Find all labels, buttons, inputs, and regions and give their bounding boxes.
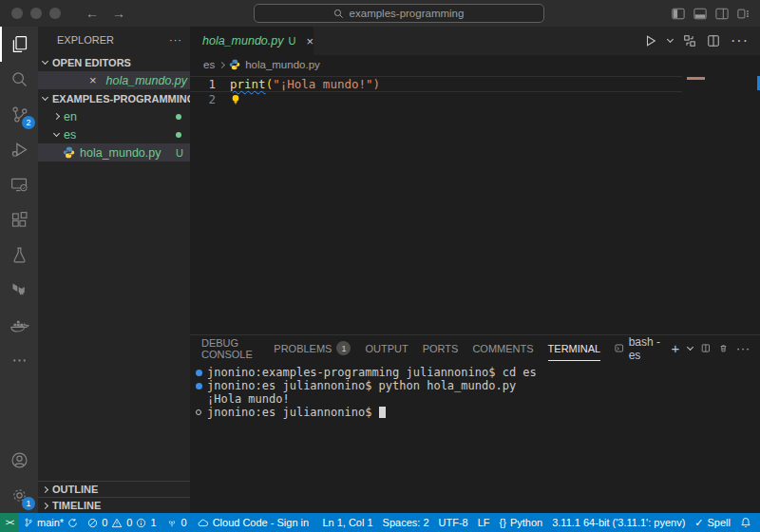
notifications-button[interactable] bbox=[735, 513, 756, 532]
accounts-button[interactable] bbox=[0, 443, 38, 478]
explorer-more-actions-icon[interactable]: ··· bbox=[169, 34, 182, 46]
git-modified-dot bbox=[176, 114, 181, 120]
panel-more-actions-icon[interactable]: ··· bbox=[736, 342, 750, 355]
run-python-file-icon[interactable] bbox=[644, 34, 657, 48]
activity-extensions[interactable] bbox=[0, 202, 38, 238]
tab-terminal[interactable]: TERMINAL bbox=[548, 335, 601, 361]
encoding-status[interactable]: UTF-8 bbox=[434, 513, 473, 532]
split-terminal-icon[interactable] bbox=[701, 342, 711, 354]
traffic-lights bbox=[0, 8, 86, 19]
activity-docker[interactable] bbox=[0, 308, 38, 343]
cursor-position-status[interactable]: Ln 1, Col 1 bbox=[317, 513, 377, 532]
terminal-cursor bbox=[379, 407, 386, 418]
branch-status[interactable]: main* bbox=[19, 513, 83, 532]
source-control-badge: 2 bbox=[22, 116, 35, 129]
open-changes-icon[interactable] bbox=[683, 34, 696, 48]
warning-icon bbox=[111, 518, 123, 528]
toggle-panel-icon[interactable] bbox=[694, 8, 707, 20]
tab-debug-console[interactable]: DEBUG CONSOLE bbox=[201, 335, 259, 361]
breadcrumb: es hola_mundo.py bbox=[190, 55, 760, 74]
close-editor-icon[interactable]: × bbox=[89, 74, 97, 86]
cloud-code-status[interactable]: Cloud Code - Sign in bbox=[192, 513, 314, 532]
tab-output[interactable]: OUTPUT bbox=[365, 335, 408, 361]
activity-testing[interactable] bbox=[0, 238, 38, 273]
terminal-dropdown-chevron-icon[interactable] bbox=[687, 343, 694, 350]
run-dropdown-chevron-icon[interactable] bbox=[667, 36, 674, 43]
language-status[interactable]: {} Python bbox=[495, 513, 548, 532]
customize-layout-icon[interactable] bbox=[737, 8, 750, 20]
minimap[interactable] bbox=[683, 74, 751, 334]
search-icon bbox=[333, 9, 344, 19]
check-icon: ✓ bbox=[694, 517, 703, 529]
tab-problems[interactable]: PROBLEMS 1 bbox=[274, 335, 351, 361]
broadcast-icon bbox=[166, 518, 178, 528]
braces-icon: {} bbox=[500, 517, 506, 528]
problems-status[interactable]: 0 0 1 bbox=[83, 513, 161, 532]
activity-terraform[interactable] bbox=[0, 273, 38, 308]
tab-ports[interactable]: PORTS bbox=[423, 335, 459, 361]
minimap-code-line bbox=[687, 77, 705, 80]
split-editor-icon[interactable] bbox=[707, 34, 720, 48]
back-button[interactable]: ← bbox=[86, 6, 99, 21]
settings-button[interactable]: 1 bbox=[0, 478, 38, 513]
terminal-name: bash - es bbox=[629, 335, 663, 362]
remote-indicator[interactable]: >< bbox=[0, 513, 19, 532]
chevron-down-icon bbox=[42, 93, 48, 100]
editor-area: hola_mundo.py U × bbox=[190, 27, 760, 334]
indentation-status[interactable]: Spaces: 2 bbox=[378, 513, 434, 532]
terminal-picker[interactable]: bash - es bbox=[615, 335, 662, 362]
open-editor-item[interactable]: × hola_mundo.py es U bbox=[38, 71, 190, 89]
breadcrumb-file[interactable]: hola_mundo.py bbox=[245, 59, 320, 70]
command-center-search[interactable]: examples-programming bbox=[254, 4, 544, 23]
spell-checker-status[interactable]: ✓ Spell bbox=[690, 513, 735, 532]
python-interpreter-status[interactable]: 3.11.1 64-bit ('3.11.1': pyenv) bbox=[547, 513, 690, 532]
activity-run-debug[interactable] bbox=[0, 132, 38, 167]
editor-more-actions-icon[interactable]: ··· bbox=[731, 32, 749, 49]
command-prompt-icon bbox=[196, 409, 201, 415]
info-icon bbox=[136, 518, 146, 528]
tab-hola-mundo[interactable]: hola_mundo.py U × bbox=[190, 27, 314, 55]
problems-badge: 1 bbox=[336, 341, 351, 355]
tree-file-hola-mundo[interactable]: hola_mundo.py U bbox=[38, 143, 190, 162]
tab-git-status: U bbox=[288, 35, 295, 47]
new-terminal-icon[interactable]: + bbox=[672, 340, 680, 356]
activity-source-control[interactable]: 2 bbox=[0, 97, 38, 132]
docker-icon bbox=[9, 315, 29, 336]
maximize-window-button[interactable] bbox=[49, 8, 61, 19]
activity-more[interactable] bbox=[0, 343, 38, 378]
toggle-secondary-sidebar-icon[interactable] bbox=[715, 8, 729, 20]
code-line-1[interactable]: 1 print("¡Hola mundo!") bbox=[190, 76, 682, 92]
tab-close-icon[interactable]: × bbox=[306, 35, 314, 48]
project-root-header[interactable]: EXAMPLES-PROGRAMMING bbox=[38, 89, 190, 107]
toggle-primary-sidebar-icon[interactable] bbox=[672, 8, 685, 20]
extensions-icon bbox=[10, 210, 29, 230]
tree-folder-en[interactable]: en bbox=[38, 107, 190, 125]
sidebar-title: EXPLORER bbox=[57, 34, 114, 46]
code-editor[interactable]: 1 print("¡Hola mundo!") 2 bbox=[190, 74, 760, 334]
python-icon bbox=[229, 59, 240, 70]
tab-comments[interactable]: COMMENTS bbox=[472, 335, 533, 361]
activity-search[interactable] bbox=[0, 62, 38, 97]
kill-terminal-trash-icon[interactable] bbox=[719, 342, 728, 354]
terminal-line: jnonino:es juliannonino$ bbox=[196, 406, 760, 419]
chevron-right-icon bbox=[42, 485, 48, 492]
timeline-section-header[interactable]: TIMELINE bbox=[38, 497, 190, 513]
activity-remote-explorer[interactable] bbox=[0, 167, 38, 202]
breadcrumb-folder[interactable]: es bbox=[203, 59, 215, 70]
ports-status[interactable]: 0 bbox=[162, 513, 192, 532]
remote-explorer-icon bbox=[10, 175, 29, 195]
chevron-right-icon bbox=[42, 502, 48, 508]
tree-folder-es[interactable]: es bbox=[38, 125, 190, 143]
forward-button[interactable]: → bbox=[112, 6, 125, 21]
close-window-button[interactable] bbox=[11, 8, 23, 19]
outline-section-header[interactable]: OUTLINE bbox=[38, 481, 190, 497]
open-editors-header[interactable]: OPEN EDITORS bbox=[38, 53, 190, 71]
eol-status[interactable]: LF bbox=[473, 513, 495, 532]
lightbulb-icon[interactable] bbox=[230, 93, 241, 105]
terminal-line: ¡Hola mundo! bbox=[196, 392, 760, 406]
terminal-output[interactable]: jnonino:examples-programming juliannonin… bbox=[190, 361, 760, 419]
chevron-down-icon bbox=[42, 57, 48, 64]
code-line-2[interactable]: 2 bbox=[190, 92, 682, 106]
activity-explorer[interactable] bbox=[0, 27, 38, 62]
minimize-window-button[interactable] bbox=[30, 8, 42, 19]
